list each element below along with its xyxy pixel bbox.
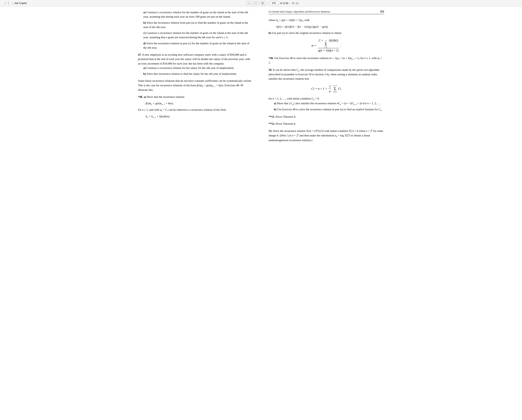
- an-denominator: g(n + 1)Q(n + 1): [318, 48, 339, 53]
- ex48-for-text: for n ≥ 1, and with a0 = C, can be reduc…: [138, 108, 253, 112]
- ex50-part-a: a) Show that {Cn} also satisfies the rec…: [274, 101, 384, 106]
- ex48-formula-a: f(n)an = g(n)an−1 + h(n),: [146, 101, 253, 106]
- ex47-a-label: a): [143, 66, 146, 69]
- ex46-part-b: b) Solve the recurrence relation from pa…: [143, 21, 253, 30]
- ex53-label: 53.: [269, 130, 272, 132]
- page-header: 8.3 Divide-and-Conquer Algorithms and Re…: [269, 10, 384, 14]
- exercise-49: *49. Use Exercise 48 to solve the recurr…: [269, 56, 384, 65]
- section-title: 8.3 Divide-and-Conquer Algorithms and Re…: [269, 10, 330, 13]
- ex50-b-label: b): [274, 108, 276, 111]
- cn-fraction: 2 n: [328, 84, 332, 94]
- ex46-c-text: Construct a recurrence relation for the …: [143, 31, 248, 39]
- ex48-continuation: where bn = g(n + 1)Q(n + 1)an, with Q(n)…: [269, 18, 384, 53]
- ex46-b-label: b): [143, 21, 146, 24]
- separator: |: [12, 2, 12, 5]
- sigma2: n−1 Σ k=0: [333, 84, 337, 93]
- page-number: 553: [380, 10, 384, 13]
- ex50-label: 50.: [269, 68, 272, 71]
- layout-icon[interactable]: {.□: [296, 2, 299, 5]
- sigma2-sym: Σ: [334, 87, 336, 91]
- ex50-a-text: Show that {Cn} also satisfies the recurr…: [277, 102, 381, 105]
- sigma2-sub: k=0: [333, 91, 337, 93]
- ex46-part-d: d) Solve the recurrence relation in part…: [143, 41, 253, 50]
- ex48-formula-b: bn = bn−1 + Q(n)h(n),: [146, 114, 253, 119]
- ex47-b-text: Solve this recurrence relation to find h…: [146, 72, 237, 75]
- ex49-label: *49.: [269, 57, 274, 60]
- ex46-part-a: a) Construct a recurrence relation for t…: [143, 10, 253, 19]
- ex52-label: **52.: [269, 122, 275, 125]
- ex46-b-text: Solve the recurrence relation from part …: [143, 21, 248, 29]
- ex53-text: Solve the recurrence relation T(n) = nT2…: [269, 130, 383, 142]
- ex47-label: 47.: [138, 53, 142, 56]
- main-content: a) Construct a recurrence relation for t…: [130, 7, 392, 149]
- top-bar: ⋮⋮ | Ask Copilot — + ⊡ | of 1118 | ʔ₂ {.…: [0, 0, 522, 7]
- ex48-b-text: Use part (a) to solve the original recur…: [272, 31, 341, 34]
- exercise-53: 53. Solve the recurrence relation T(n) =…: [269, 129, 384, 142]
- exercise-48: *48. a) Show that the recurrence relatio…: [138, 95, 253, 119]
- ex47-text: A new employee at an exciting new softwa…: [138, 53, 250, 65]
- an-numerator: C + n Σ i=1 Q(i)h(i): [318, 38, 339, 48]
- exercise-51: **51. Prove Theorem 4.: [269, 115, 384, 119]
- ex46-d-label: d): [143, 42, 146, 45]
- sigma1-sub: i=1: [325, 46, 327, 48]
- cn-denominator: n: [328, 89, 332, 94]
- separator3: |: [290, 2, 290, 5]
- ex50-for-text: for n = 1, 2, …, with initial condition …: [269, 97, 384, 101]
- exercise-50: 50. It can be shown that Cn, the average…: [269, 68, 384, 112]
- left-column: a) Construct a recurrence relation for t…: [138, 10, 261, 145]
- menu-icon[interactable]: ⋮⋮: [4, 1, 10, 5]
- linear-text-block: Some linear recurrence relations that do…: [138, 79, 253, 92]
- cn-numerator: 2: [328, 84, 332, 89]
- ex50-text: It can be shown that Cn, the average num…: [269, 68, 379, 80]
- ex50-b-text: Use Exercise 48 to solve the recurrence …: [277, 108, 382, 111]
- ex48-where-text: where bn = g(n + 1)Q(n + 1)an, with: [269, 18, 384, 23]
- copilot-label[interactable]: Ask Copilot: [14, 2, 27, 5]
- ex48-a-label: a): [144, 95, 146, 98]
- ex50-a-label: a): [274, 102, 276, 105]
- ex48-label: *48.: [138, 95, 143, 98]
- exercise-47: 47. A new employee at an exciting new so…: [138, 53, 253, 76]
- top-bar-center: — + ⊡ | of 1118 | ʔ₂ {.□: [246, 1, 299, 5]
- ex46-a-text: Construct a recurrence relation for the …: [143, 11, 248, 18]
- ex47-b-label: b): [143, 72, 146, 75]
- ex46-a-label: a): [143, 11, 146, 14]
- right-column: 8.3 Divide-and-Conquer Algorithms and Re…: [261, 10, 384, 145]
- zoom-level[interactable]: ʔ₂: [292, 2, 294, 5]
- ex46-part-c: c) Construct a recurrence relation for t…: [143, 31, 253, 40]
- page-number-input[interactable]: [269, 1, 279, 5]
- linear-text: Some linear recurrence relations that do…: [138, 79, 252, 91]
- ex48-a-text: Show that the recurrence relation: [147, 95, 184, 98]
- ex46-d-text: Solve the recurrence relation in part (c…: [143, 42, 249, 49]
- exercise-52: **52. Prove Theorem 6.: [269, 122, 384, 126]
- ex51-text: Prove Theorem 4.: [276, 115, 296, 118]
- sigma1-sym: Σ: [325, 42, 327, 46]
- cn-formula: Cn = n + 1 + 2 n n−1 Σ k=0 Ck: [269, 84, 384, 94]
- zoom-out-button[interactable]: —: [246, 1, 252, 5]
- ex46-c-label: c): [143, 31, 146, 34]
- ex49-text: Use Exercise 48 to solve the recurrence …: [269, 57, 382, 64]
- ex47-a-text: Construct a recurrence relation for her …: [146, 66, 234, 69]
- total-pages: of 1118: [280, 2, 288, 5]
- ex51-label: **51.: [269, 115, 275, 118]
- expand-button[interactable]: ⊡: [260, 1, 265, 5]
- ex48-Q-formula: Q(n) = (f(1)f(2) ··· f(n − 1))/(g(1)g(2)…: [276, 25, 384, 29]
- ex48-part-b: b) Use part (a) to solve the original re…: [269, 31, 384, 35]
- exercise-46-parts: a) Construct a recurrence relation for t…: [138, 10, 253, 50]
- ex47-part-a: a) Construct a recurrence relation for h…: [143, 66, 253, 70]
- separator2: |: [267, 2, 268, 5]
- ex52-text: Prove Theorem 6.: [276, 122, 296, 125]
- ex47-part-b: b) Solve this recurrence relation to fin…: [143, 72, 253, 76]
- an-fraction: C + n Σ i=1 Q(i)h(i) g(n + 1)Q(n + 1): [318, 38, 339, 53]
- ex50-part-b: b) Use Exercise 48 to solve the recurren…: [274, 107, 384, 112]
- zoom-in-button[interactable]: +: [254, 1, 259, 5]
- ex48-b-label: b): [269, 31, 271, 34]
- sigma1: n Σ i=1: [325, 40, 327, 48]
- top-bar-left: ⋮⋮ | Ask Copilot: [4, 1, 27, 5]
- an-formula: an = C + n Σ i=1 Q(i)h(i) g(n + 1)Q(n + …: [269, 38, 384, 53]
